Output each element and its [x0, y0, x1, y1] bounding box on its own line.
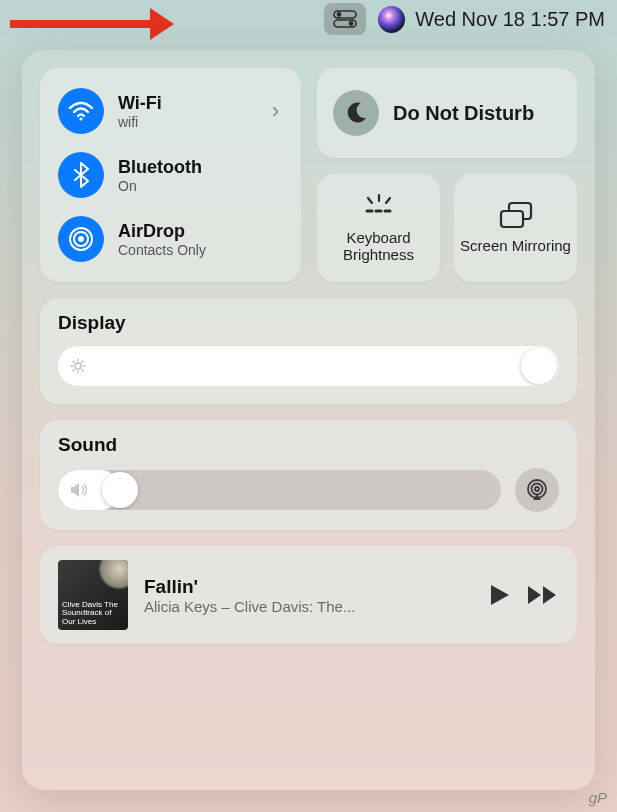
keyboard-brightness-label: Keyboard Brightness: [321, 229, 436, 264]
airdrop-subtitle: Contacts Only: [118, 242, 206, 258]
sound-slider[interactable]: [58, 470, 501, 510]
annotation-arrow: [10, 8, 174, 40]
volume-icon: [70, 482, 90, 498]
album-art: Clive Davis The Soundtrack of Our Lives: [58, 560, 128, 630]
svg-line-22: [82, 361, 84, 363]
display-slider-thumb[interactable]: [521, 348, 557, 384]
now-playing-card[interactable]: Clive Davis The Soundtrack of Our Lives …: [40, 546, 577, 644]
control-center-panel: Wi-Fi wifi › Bluetooth On AirD: [22, 50, 595, 790]
airdrop-icon: [58, 216, 104, 262]
next-button[interactable]: [527, 585, 559, 605]
top-row: Wi-Fi wifi › Bluetooth On AirD: [40, 68, 577, 282]
track-artist: Alicia Keys – Clive Davis: The...: [144, 598, 473, 615]
menubar: Wed Nov 18 1:57 PM: [0, 0, 617, 38]
airdrop-item[interactable]: AirDrop Contacts Only: [50, 208, 291, 270]
display-slider[interactable]: [58, 346, 559, 386]
now-playing-info: Fallin' Alicia Keys – Clive Davis: The..…: [144, 576, 473, 615]
svg-line-9: [368, 198, 372, 203]
chevron-right-icon[interactable]: ›: [272, 98, 283, 124]
svg-point-24: [532, 484, 543, 495]
sound-card: Sound: [40, 420, 577, 530]
siri-icon[interactable]: [378, 6, 405, 33]
airdrop-title: AirDrop: [118, 221, 206, 242]
airplay-audio-button[interactable]: [515, 468, 559, 512]
sound-slider-thumb[interactable]: [102, 472, 138, 508]
svg-point-1: [337, 12, 342, 17]
screen-mirroring-card[interactable]: Screen Mirroring: [454, 174, 577, 282]
svg-point-14: [75, 363, 81, 369]
moon-icon: [333, 90, 379, 136]
bluetooth-subtitle: On: [118, 178, 202, 194]
play-button[interactable]: [489, 583, 511, 607]
screen-mirroring-icon: [498, 201, 534, 229]
control-center-button[interactable]: [324, 3, 366, 35]
svg-line-20: [82, 370, 84, 372]
watermark: gP: [589, 789, 607, 806]
wifi-title: Wi-Fi: [118, 93, 162, 114]
wifi-item[interactable]: Wi-Fi wifi ›: [50, 80, 291, 142]
menubar-datetime[interactable]: Wed Nov 18 1:57 PM: [415, 8, 605, 31]
do-not-disturb-card[interactable]: Do Not Disturb: [317, 68, 577, 158]
wifi-icon: [58, 88, 104, 134]
right-column: Do Not Disturb Keyboard Brightness Scree…: [317, 68, 577, 282]
bluetooth-title: Bluetooth: [118, 157, 202, 178]
bluetooth-icon: [58, 152, 104, 198]
wifi-subtitle: wifi: [118, 114, 162, 130]
display-card: Display: [40, 298, 577, 404]
bluetooth-item[interactable]: Bluetooth On: [50, 144, 291, 206]
connectivity-card: Wi-Fi wifi › Bluetooth On AirD: [40, 68, 301, 282]
airplay-icon: [525, 478, 549, 502]
album-art-text: Clive Davis The Soundtrack of Our Lives: [62, 601, 124, 626]
display-title: Display: [58, 312, 559, 334]
svg-line-21: [73, 370, 75, 372]
svg-line-10: [386, 198, 390, 203]
keyboard-brightness-card[interactable]: Keyboard Brightness: [317, 174, 440, 282]
track-title: Fallin': [144, 576, 473, 598]
svg-point-4: [79, 117, 82, 120]
brightness-icon: [70, 358, 86, 374]
screen-mirroring-label: Screen Mirroring: [460, 237, 571, 254]
sound-title: Sound: [58, 434, 559, 456]
svg-line-19: [73, 361, 75, 363]
svg-point-3: [349, 21, 354, 26]
control-center-icon: [333, 10, 357, 28]
keyboard-brightness-icon: [359, 193, 399, 221]
svg-rect-13: [501, 211, 523, 227]
dnd-title: Do Not Disturb: [393, 102, 534, 125]
svg-point-25: [535, 487, 539, 491]
svg-point-7: [78, 236, 84, 242]
